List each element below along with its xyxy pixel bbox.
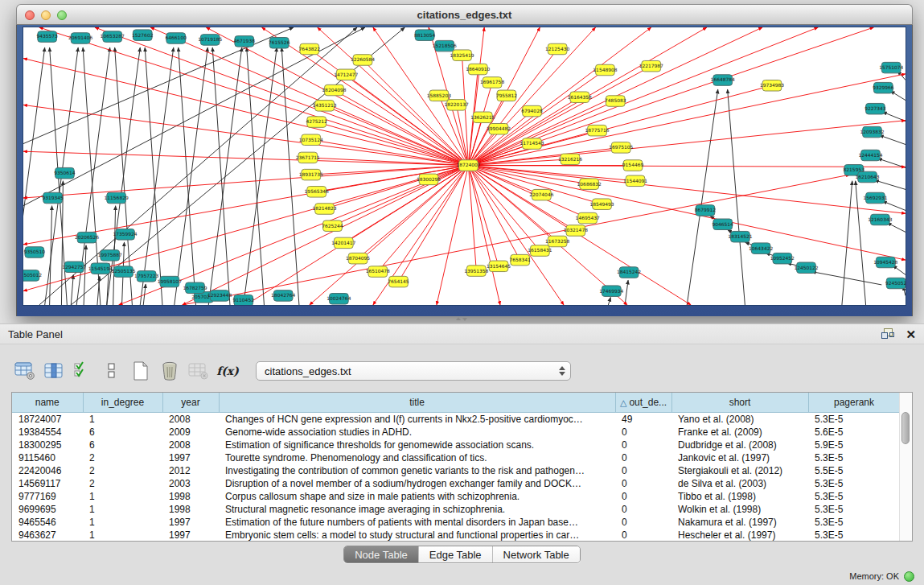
column-header-year[interactable]: year (162, 393, 219, 413)
graph-node[interactable]: 1527602 (132, 30, 154, 40)
graph-node[interactable]: 10321478 (564, 225, 588, 236)
graph-node[interactable]: 11544091 (623, 175, 647, 186)
graph-node[interactable]: 16648784 (711, 75, 735, 85)
graph-node[interactable]: 16158431 (528, 245, 552, 256)
graph-node[interactable]: 11673258 (545, 236, 569, 246)
graph-node[interactable]: 14695437 (576, 212, 600, 223)
graph-node[interactable]: 9329966 (873, 82, 894, 93)
graph-node[interactable]: 19904482 (487, 123, 511, 134)
graph-node[interactable]: 11545194 (88, 263, 113, 274)
graph-node[interactable]: 18220137 (445, 100, 469, 110)
graph-node[interactable]: 14351213 (312, 101, 336, 111)
row-selection-mode-icon[interactable] (71, 360, 95, 381)
graph-node[interactable]: 16782759 (183, 282, 207, 293)
graph-node[interactable]: 10945428 (873, 257, 897, 267)
graph-node[interactable]: 16164358 (568, 92, 592, 102)
graph-node[interactable]: 16961758 (480, 77, 504, 88)
graph-node[interactable]: 13626215 (470, 112, 495, 122)
graph-node[interactable]: 18549493 (589, 199, 614, 209)
graph-node[interactable]: 15751074 (879, 62, 903, 72)
graph-node[interactable]: 8679912 (695, 205, 717, 216)
column-header-title[interactable]: title (219, 393, 615, 413)
graph-node[interactable]: 18775716 (585, 125, 609, 135)
graph-node[interactable]: 12125430 (545, 43, 569, 54)
graph-node[interactable]: 7485083 (605, 96, 626, 106)
graph-node[interactable]: 8813054 (414, 30, 436, 40)
table-row[interactable]: 1456911722003Disruption of a novel membe… (12, 477, 900, 490)
graph-node[interactable]: 12217987 (639, 60, 663, 71)
graph-node[interactable]: 15218506 (433, 40, 457, 51)
table-row[interactable]: 977716911998Corpus callosum shape and si… (12, 490, 900, 503)
table-row[interactable]: 1830029562008Estimation of significance … (12, 439, 900, 451)
graph-node[interactable]: 10952452 (770, 253, 795, 263)
graph-node[interactable]: 12923448 (207, 290, 232, 301)
function-builder-icon[interactable]: f(x) (216, 360, 240, 381)
table-row[interactable]: 946362711997Embryonic stem cells: a mode… (12, 529, 900, 542)
graph-node[interactable]: 7658341 (510, 254, 532, 265)
graph-node[interactable]: 15885203 (427, 90, 451, 101)
close-window-button[interactable] (25, 10, 35, 20)
graph-node[interactable]: 18314521 (728, 231, 752, 241)
graph-node[interactable]: 20691406 (68, 33, 92, 43)
graph-node[interactable]: 7615526 (269, 38, 290, 48)
graph-node[interactable]: 13216216 (558, 154, 582, 164)
network-canvas[interactable]: 9435573206914061065328715276026466100107… (23, 27, 906, 306)
graph-node[interactable]: 14712477 (334, 69, 358, 80)
graph-node[interactable]: 17469934 (599, 286, 623, 296)
network-window-titlebar[interactable]: citations_edges.txt (16, 4, 913, 25)
graph-node[interactable]: 18640910 (466, 64, 490, 74)
table-row[interactable]: 969969511998Structural magnetic resonanc… (12, 503, 900, 516)
graph-node[interactable]: 12444154 (858, 150, 882, 160)
delete-table-icon[interactable] (158, 360, 182, 381)
graph-node[interactable]: 13154645 (487, 261, 511, 271)
graph-node[interactable]: 7955812 (496, 90, 518, 101)
table-row[interactable]: 1938455462009Genome-wide association stu… (12, 426, 900, 439)
graph-node[interactable]: 19958107 (158, 276, 182, 286)
column-visibility-icon[interactable] (42, 360, 66, 381)
citation-network-graph[interactable]: 9435573206914061065328715276026466100107… (23, 27, 906, 305)
graph-node[interactable]: 18724007 (456, 160, 480, 171)
graph-node[interactable]: 12942757 (62, 262, 86, 272)
graph-node[interactable]: 18042764 (271, 290, 295, 301)
column-header-short[interactable]: short (671, 393, 808, 413)
graph-node[interactable]: 16975105 (609, 142, 633, 153)
graph-node[interactable]: 17359924 (113, 229, 137, 240)
memory-status-icon[interactable] (904, 571, 914, 582)
column-header-in_degree[interactable]: in_degree (83, 393, 162, 413)
graph-node[interactable]: 11156829 (105, 192, 129, 203)
graph-node[interactable]: 12093832 (860, 126, 884, 137)
graph-node[interactable]: 18415242 (617, 267, 641, 278)
graph-node[interactable]: 9350510 (24, 247, 46, 257)
table-selector-dropdown[interactable]: citations_edges.txt (256, 361, 571, 381)
graph-node[interactable]: 14201417 (331, 237, 355, 248)
table-row[interactable]: 911546021997Tourette syndrome. Phenomeno… (12, 451, 900, 464)
graph-node[interactable]: 15692931 (863, 192, 887, 203)
graph-node[interactable]: 10735124 (299, 134, 323, 145)
scrollbar-thumb[interactable] (901, 412, 910, 444)
table-row[interactable]: 2242004622012Investigating the contribut… (12, 464, 900, 477)
graph-node[interactable]: 9319345 (42, 192, 64, 203)
graph-node[interactable]: 18214823 (312, 204, 336, 214)
graph-node[interactable]: 11548908 (593, 64, 617, 75)
graph-node[interactable]: 20206526 (75, 232, 99, 242)
graph-node[interactable]: 9154469 (622, 160, 644, 171)
zoom-window-button[interactable] (57, 10, 67, 20)
graph-node[interactable]: 18704095 (346, 253, 370, 263)
graph-node[interactable]: 18300295 (417, 174, 441, 184)
table-options-icon[interactable] (13, 360, 37, 381)
tab-network-table[interactable]: Network Table (492, 546, 580, 562)
graph-node[interactable]: 19975887 (98, 250, 122, 261)
graph-node[interactable]: 12260584 (351, 55, 375, 65)
graph-node[interactable]: 18931735 (299, 169, 323, 179)
tab-edge-table[interactable]: Edge Table (418, 546, 492, 562)
graph-node[interactable]: 7625244 (322, 220, 343, 231)
column-header-out_de[interactable]: △out_de... (615, 393, 671, 413)
graph-node[interactable]: 18325419 (450, 50, 474, 60)
graph-node[interactable]: 16510478 (366, 266, 390, 277)
float-panel-icon[interactable] (881, 328, 894, 340)
minimize-window-button[interactable] (41, 10, 51, 20)
graph-node[interactable]: 18204098 (322, 84, 346, 95)
graph-node[interactable]: 9245052 (885, 278, 906, 288)
graph-node[interactable]: 7643822 (299, 43, 321, 54)
graph-node[interactable]: 12160343 (868, 214, 892, 225)
